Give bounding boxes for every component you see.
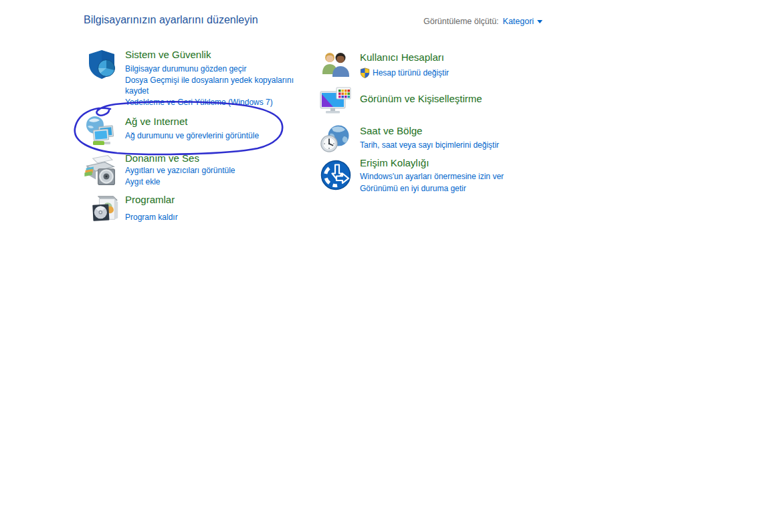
link-backup-restore-win7[interactable]: Yedekleme ve Geri Yükleme (Windows 7)	[125, 97, 300, 108]
category-system-security: Sistem ve Güvenlik Bilgisayar durumunu g…	[84, 47, 304, 110]
category-clock-region: Saat ve Bölge Tarih, saat veya sayı biçi…	[320, 123, 541, 156]
uac-shield-icon	[360, 68, 370, 78]
category-title-programs[interactable]: Programlar	[125, 194, 175, 205]
view-by-dropdown[interactable]: Kategori	[503, 17, 543, 26]
category-title-clock-region[interactable]: Saat ve Bölge	[360, 125, 422, 136]
category-title-appearance-personalization[interactable]: Görünüm ve Kişiselleştirme	[360, 93, 482, 104]
link-change-account-type[interactable]: Hesap türünü değiştir	[373, 68, 449, 79]
personalization-icon[interactable]	[320, 86, 352, 118]
control-panel-home: Bilgisayarınızın ayarlarını düzenleyin G…	[0, 0, 784, 532]
user-accounts-icon[interactable]	[320, 49, 352, 82]
link-file-history-backup[interactable]: Dosya Geçmişi ile dosyaların yedek kopya…	[125, 75, 300, 97]
link-review-computer-status[interactable]: Bilgisayar durumunu gözden geçir	[125, 63, 300, 75]
category-hardware-sound: Donanım ve Ses Aygıtları ve yazıcıları g…	[84, 151, 304, 191]
category-title-network-internet[interactable]: Ağ ve Internet	[125, 116, 187, 127]
printer-icon[interactable]	[82, 152, 118, 188]
category-ease-of-access: Erişim Kolaylığı Windows'un ayarları öne…	[320, 156, 541, 196]
ease-of-access-icon[interactable]	[320, 159, 352, 191]
view-by-label: Görüntüleme ölçütü:	[423, 17, 499, 26]
link-view-network-status[interactable]: Ağ durumunu ve görevlerini görüntüle	[125, 130, 259, 142]
category-user-accounts: Kullanıcı Hesapları Hesap türünü değişti…	[320, 49, 541, 83]
programs-icon[interactable]	[90, 192, 121, 223]
category-title-system-security[interactable]: Sistem ve Güvenlik	[125, 49, 211, 60]
category-appearance-personalization: Görünüm ve Kişiselleştirme	[320, 86, 541, 119]
link-optimize-visual-display[interactable]: Görünümü en iyi duruma getir	[360, 182, 504, 194]
link-add-device[interactable]: Aygıt ekle	[125, 176, 235, 188]
category-title-user-accounts[interactable]: Kullanıcı Hesapları	[360, 51, 444, 63]
link-view-devices-printers[interactable]: Aygıtları ve yazıcıları görüntüle	[125, 165, 235, 176]
page-title: Bilgisayarınızın ayarlarını düzenleyin	[84, 14, 258, 26]
link-let-windows-suggest-settings[interactable]: Windows'un ayarları önermesine izin ver	[360, 170, 504, 182]
clock-region-icon[interactable]	[320, 123, 352, 155]
category-title-hardware-sound[interactable]: Donanım ve Ses	[125, 152, 199, 164]
link-uninstall-program[interactable]: Program kaldır	[125, 212, 178, 223]
category-programs: Programlar Program kaldır	[84, 192, 304, 226]
view-by-value: Kategori	[503, 17, 534, 26]
network-icon[interactable]	[84, 115, 117, 147]
view-by-selector: Görüntüleme ölçütü: Kategori	[423, 17, 543, 26]
security-shield-icon[interactable]	[86, 48, 118, 80]
category-network-internet: Ağ ve Internet Ağ durumunu ve görevlerin…	[84, 114, 304, 150]
link-change-date-time-formats[interactable]: Tarih, saat veya sayı biçimlerini değişt…	[360, 140, 499, 151]
chevron-down-icon	[537, 20, 543, 23]
category-title-ease-of-access[interactable]: Erişim Kolaylığı	[360, 157, 429, 168]
